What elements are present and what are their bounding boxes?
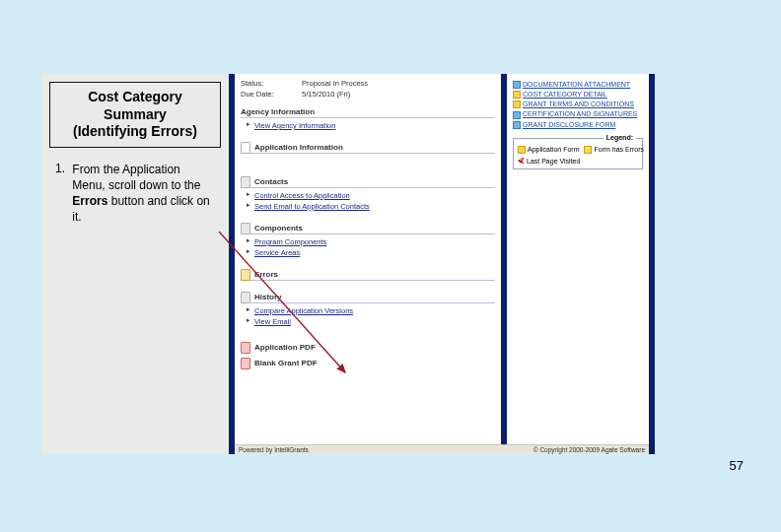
view-agency-information-link[interactable]: View Agency Information [248, 120, 495, 131]
warning-icon [241, 269, 250, 281]
errors-head[interactable]: Errors [241, 268, 495, 281]
legend-swatch-app-form [518, 146, 526, 154]
view-email-link[interactable]: View Email [248, 316, 495, 327]
components-head: Components [241, 222, 495, 234]
pdf-icon [241, 342, 250, 354]
slide-frame: Cost Category Summary (Identifying Error… [41, 74, 655, 454]
pdf-icon [241, 358, 250, 369]
app-right-panel: DOCUMENTATION ATTACHMENT COST CATEGORY D… [507, 74, 649, 446]
form-icon [513, 81, 521, 89]
footer-copyright: © Copyright 2000-2009 Agate Software [533, 446, 645, 453]
cost-category-detail-link[interactable]: COST CATEGORY DETAIL [523, 91, 607, 98]
page-number: 57 [730, 458, 744, 473]
history-head: History [241, 291, 495, 303]
due-date-value: 5/15/2010 (Fri) [302, 90, 350, 99]
form-icon [513, 91, 521, 99]
status-value: Proposal In Process [302, 79, 368, 88]
application-information-head: Application Information [241, 141, 495, 154]
history-icon [241, 292, 250, 303]
due-date-label: Due Date: [241, 90, 302, 99]
app-screenshot-area: Status:Proposal In Process Due Date:5/15… [229, 74, 655, 454]
instruction-panel: Cost Category Summary (Identifying Error… [41, 74, 229, 454]
people-icon [241, 176, 250, 188]
documentation-attachment-link[interactable]: DOCUMENTATION ATTACHMENT [523, 81, 630, 88]
legend-title: Legend: [604, 134, 636, 141]
send-email-contacts-link[interactable]: Send Email to Application Contacts [248, 201, 495, 212]
step-1: 1. From the Application Menu, scroll dow… [41, 162, 229, 226]
status-block: Status:Proposal In Process Due Date:5/15… [235, 74, 501, 100]
blank-grant-pdf-row[interactable]: Blank Grant PDF [241, 357, 495, 368]
legend-box: Legend: Application Form Form has Errors… [513, 138, 643, 169]
app-main-panel: Status:Proposal In Process Due Date:5/15… [235, 74, 501, 446]
program-components-link[interactable]: Program Components [248, 236, 495, 247]
page-icon [241, 142, 250, 154]
status-label: Status: [241, 79, 302, 88]
agency-information-head: Agency Information [241, 105, 495, 118]
title-line2: Summary [54, 106, 216, 124]
app-footer: Powered by IntelliGrants © Copyright 200… [235, 444, 649, 454]
grant-disclosure-form-link[interactable]: GRANT DISCLOSURE FORM [523, 121, 615, 128]
step-number: 1. [55, 162, 69, 175]
service-areas-link[interactable]: Service Areas [248, 247, 495, 258]
legend-arrow-icon: ⮘ [518, 158, 525, 165]
form-icon [513, 111, 521, 119]
grant-terms-link[interactable]: GRANT TERMS AND CONDITIONS [523, 100, 634, 107]
slide-title-box: Cost Category Summary (Identifying Error… [49, 82, 221, 148]
form-links-list: DOCUMENTATION ATTACHMENT COST CATEGORY D… [507, 74, 649, 134]
form-icon [513, 100, 521, 108]
step-text: From the Application Menu, scroll down t… [72, 162, 216, 226]
title-line1: Cost Category [54, 89, 216, 106]
legend-swatch-has-errors [584, 146, 592, 154]
certification-signatures-link[interactable]: CERTIFICATION AND SIGNATURES [523, 110, 637, 117]
components-icon [241, 223, 250, 234]
footer-powered-by: Powered by IntelliGrants [239, 446, 309, 453]
compare-versions-link[interactable]: Compare Application Versions [248, 305, 495, 316]
contacts-head: Contacts [241, 175, 495, 188]
control-access-link[interactable]: Control Access to Application [248, 190, 495, 201]
application-pdf-row[interactable]: Application PDF [241, 341, 495, 353]
form-icon [513, 121, 521, 129]
title-line3: (Identifying Errors) [54, 123, 216, 141]
